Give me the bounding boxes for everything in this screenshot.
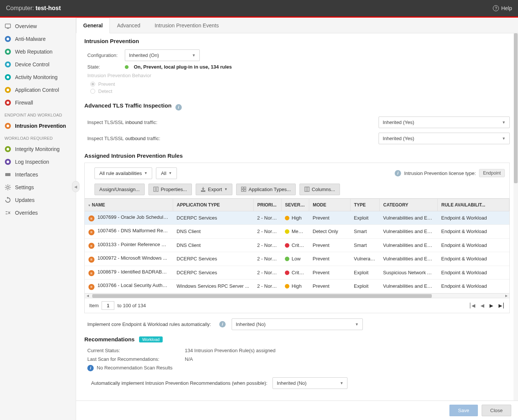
col-header-category[interactable]: CATEGORY [379,199,437,211]
svg-point-19 [7,161,9,163]
svg-point-13 [7,102,9,104]
assign-unassign-button[interactable]: Assign/Unassign... [94,184,145,195]
col-header-type[interactable]: TYPE [350,199,379,211]
info-icon[interactable]: i [175,104,182,111]
page-first-button[interactable]: ⎮◀ [469,303,475,308]
table-row[interactable]: ≡1007699 - Oracle Job Scheduler...DCERPC… [85,211,509,225]
svg-rect-35 [244,187,246,189]
section-title-rules: Assigned Intrusion Prevention Rules [84,152,510,159]
info-icon[interactable]: i [395,170,401,176]
sidebar-item-anti-malware[interactable]: Anti-Malware [0,33,76,45]
rule-mode: Prevent [309,266,350,280]
application-types-button[interactable]: Application Types... [236,184,296,195]
table-row[interactable]: ≡1007456 - DNS Malformed Res...DNS Clien… [85,225,509,239]
page-last-button[interactable]: ▶⎮ [499,303,505,308]
col-header-application-type[interactable]: APPLICATION TYPE [173,199,253,211]
sidebar-item-log-inspection[interactable]: Log Inspection [0,155,76,168]
sidebar-item-label: Overview [15,23,37,29]
workload-badge: Workload [139,336,162,342]
section-tls: Advanced TLS Traffic Inspection i Inspec… [76,98,518,148]
rule-severity: Medium [281,225,309,239]
info-icon: i [87,365,94,371]
svg-rect-36 [241,190,243,191]
export-button[interactable]: Export ▼ [196,184,233,195]
vertical-scrollbar[interactable] [514,33,518,401]
rules-toolbar: All rule availabilities ▼ All ▼ i Intrus… [84,163,510,199]
activity-icon [4,74,11,81]
settings-icon [4,184,11,191]
behavior-prevent-radio: Prevent [87,81,510,88]
properties-button[interactable]: Properties... [148,184,192,195]
sidebar-item-overview[interactable]: Overview [0,20,76,33]
sidebar-item-application-control[interactable]: Application Control [0,84,76,96]
row-tls-outbound: Inspect TLS/SSL outbound traffic: Inheri… [84,130,510,146]
reco-status-label: Current Status: [87,348,185,353]
rule-availability: Endpoint & Workload [437,225,509,239]
sidebar-item-interfaces[interactable]: Interfaces [0,168,76,181]
scroll-pane[interactable]: Intrusion Prevention Configuration: Inhe… [76,33,518,401]
chevron-down-icon: ▼ [502,136,506,140]
columns-button[interactable]: Columns... [299,184,340,195]
config-value: Inherited (On) [129,52,159,58]
rule-priority: 2 - Normal [253,225,281,239]
sidebar-item-overrides[interactable]: Overrides [0,206,76,219]
filter-all-select[interactable]: All ▼ [156,167,177,179]
rule-name: 1007456 - DNS Malformed Res... [97,228,169,233]
sidebar-item-web-reputation[interactable]: Web Reputation [0,45,76,58]
chevron-down-icon: ▼ [502,120,506,124]
save-label: Save [458,408,469,413]
svg-line-26 [6,185,6,186]
config-select[interactable]: Inherited (On) ▼ [125,49,200,61]
chevron-down-icon: ▼ [355,322,359,326]
sidebar-item-device-control[interactable]: Device Control [0,58,76,71]
rule-mode: Prevent [309,211,350,225]
close-button[interactable]: Close [482,405,511,416]
help-link[interactable]: ? Help [493,5,512,11]
tab-advanced[interactable]: Advanced [110,18,147,33]
tab-general[interactable]: General [76,18,110,33]
tabs: GeneralAdvancedIntrusion Prevention Even… [76,18,518,33]
save-button[interactable]: Save [449,405,478,416]
rule-category: Vulnerabilities and Ex... [379,225,437,239]
close-label: Close [490,408,503,413]
svg-line-27 [9,189,10,190]
implement-core-select[interactable]: Inherited (No) ▼ [232,318,363,330]
page-prev-button[interactable]: ◀ [481,303,484,308]
col-header-severi[interactable]: SEVERI... [281,199,309,211]
ips-icon [4,123,11,129]
sidebar-item-intrusion-prevention[interactable]: Intrusion Prevention [0,120,76,132]
rule-apptype: DCERPC Services [173,252,253,266]
table-row[interactable]: ≡1003133 - Pointer Reference M...DNS Cli… [85,238,509,252]
col-header-mode[interactable]: MODE [309,199,350,211]
page-next-button[interactable]: ▶ [490,303,493,308]
svg-line-29 [9,185,10,186]
col-header-rule-availabilit[interactable]: RULE AVAILABILIT... [437,199,509,211]
sidebar-item-activity-monitoring[interactable]: Activity Monitoring [0,71,76,84]
tls-outbound-select[interactable]: Inherited (Yes) ▼ [379,133,510,144]
tab-intrusion-prevention-events[interactable]: Intrusion Prevention Events [147,18,226,33]
sidebar-item-settings[interactable]: Settings [0,181,76,194]
rule-mode: Prevent [309,238,350,252]
tls-inbound-select[interactable]: Inherited (Yes) ▼ [379,117,510,128]
table-row[interactable]: ≡1000972 - Microsoft Windows ...DCERPC S… [85,252,509,266]
col-header-name[interactable]: NAME [85,199,173,211]
rule-severity: Critical [281,238,309,252]
sidebar-item-integrity-monitoring[interactable]: Integrity Monitoring [0,143,76,155]
filter-availability-select[interactable]: All rule availabilities ▼ [94,167,152,179]
rule-category: Vulnerabilities and Ex... [379,211,437,225]
table-row[interactable]: ≡1008679 - Identified BADRABBI...DCERPC … [85,266,509,280]
export-label: Export [208,187,222,192]
reco-auto-select[interactable]: Inherited (No) ▼ [272,377,347,389]
sidebar-item-updates[interactable]: Updates [0,194,76,206]
tls-prefix: Inspect TLS/SSL [87,136,124,141]
horizontal-scrollbar[interactable]: ◀▶ [85,293,509,298]
paging-total: to 100 of 134 [117,303,146,308]
interfaces-icon [4,171,11,178]
rule-icon: ≡ [88,243,94,249]
info-icon[interactable]: i [219,321,226,327]
table-row[interactable]: ≡1003766 - Local Security Autho...Window… [85,280,509,293]
sidebar-item-firewall[interactable]: Firewall [0,96,76,109]
col-header-priori[interactable]: PRIORI... [253,199,281,211]
paging-item-input[interactable] [102,301,114,310]
rule-name: 1007699 - Oracle Job Scheduler... [97,214,171,220]
